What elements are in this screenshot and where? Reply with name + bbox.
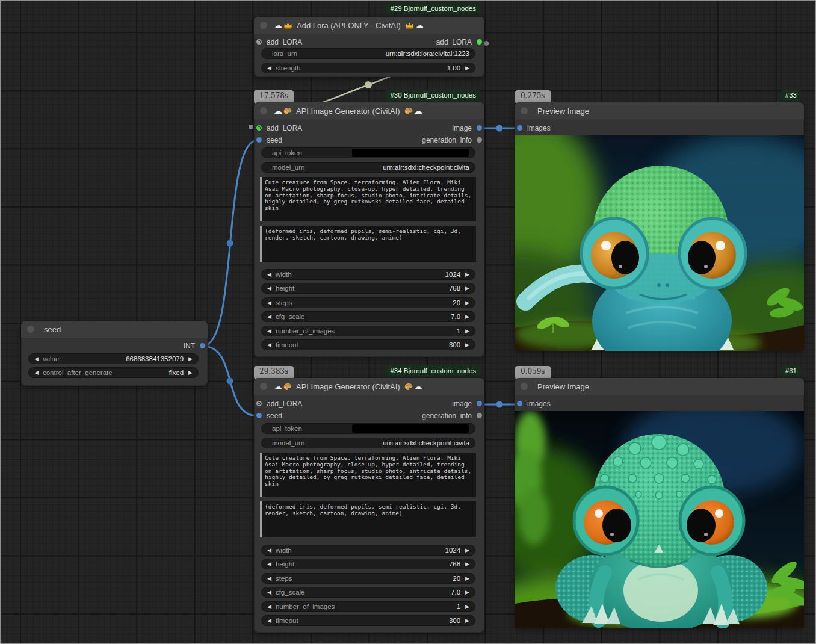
output-port-add-lora[interactable]: [477, 39, 482, 45]
widget-label: model_urn: [272, 164, 304, 171]
decrement-arrow-icon[interactable]: ◀: [267, 314, 271, 320]
output-port-image[interactable]: [477, 125, 482, 131]
number-of-images-widget[interactable]: ◀number_of_images1▶: [261, 326, 475, 336]
collapse-dot[interactable]: [521, 107, 528, 114]
increment-arrow-icon[interactable]: ▶: [465, 548, 469, 553]
input-port-seed[interactable]: [256, 137, 262, 143]
node-preview-image-2[interactable]: Preview Image images: [515, 378, 804, 628]
negative-prompt-textarea[interactable]: (deformed iris, deformed pupils, semi-re…: [260, 501, 476, 537]
increment-arrow-icon[interactable]: ▶: [465, 314, 469, 320]
increment-arrow-icon[interactable]: ▶: [465, 618, 469, 624]
width-widget[interactable]: ◀width1024▶: [261, 545, 475, 556]
steps-widget[interactable]: ◀steps20▶: [261, 297, 475, 308]
model-urn-widget[interactable]: model_urn urn:air:sdxl:checkpoint:civita: [261, 438, 475, 448]
node-titlebar[interactable]: Preview Image: [515, 378, 804, 395]
lora-urn-widget[interactable]: lora_urn urn:air:sdxl:lora:civitai:1223: [261, 48, 475, 59]
api-token-widget[interactable]: api_token: [261, 423, 475, 434]
increment-arrow-icon[interactable]: ▶: [465, 590, 469, 595]
increment-arrow-icon[interactable]: ▶: [465, 66, 469, 71]
collapse-dot[interactable]: [27, 326, 34, 333]
increment-arrow-icon[interactable]: ▶: [188, 370, 193, 376]
output-port-generation-info[interactable]: [477, 413, 482, 418]
preview-image-creature-1[interactable]: [515, 135, 804, 351]
strength-widget[interactable]: ◀ strength 1.00 ▶: [261, 63, 475, 73]
increment-arrow-icon[interactable]: ▶: [188, 356, 193, 362]
decrement-arrow-icon[interactable]: ◀: [267, 562, 271, 567]
node-title: API Image Generator (CivitAI): [296, 382, 400, 391]
decrement-arrow-icon[interactable]: ◀: [267, 329, 271, 334]
decrement-arrow-icon[interactable]: ◀: [34, 356, 39, 362]
decrement-arrow-icon[interactable]: ◀: [267, 300, 271, 306]
timeout-widget[interactable]: ◀timeout300▶: [261, 615, 475, 626]
node-titlebar[interactable]: ☁ Add Lora (API ONLY - CivitAI) ☁: [254, 17, 484, 34]
increment-arrow-icon[interactable]: ▶: [465, 272, 469, 277]
node-seed[interactable]: seed INT ◀ value 668683841352079 ▶ ◀ con…: [21, 321, 208, 386]
decrement-arrow-icon[interactable]: ◀: [34, 370, 39, 376]
increment-arrow-icon[interactable]: ▶: [465, 562, 469, 567]
node-add-lora[interactable]: ☁ Add Lora (API ONLY - CivitAI) ☁ add_LO…: [254, 17, 484, 77]
collapse-dot[interactable]: [260, 383, 267, 390]
input-port-add-lora[interactable]: [256, 39, 262, 45]
output-label: add_LORA: [436, 38, 472, 46]
decrement-arrow-icon[interactable]: ◀: [267, 576, 271, 581]
model-urn-widget[interactable]: model_urn urn:air:sdxl:checkpoint:civita: [261, 162, 475, 173]
link-midpoint-dot[interactable]: [227, 378, 233, 385]
node-titlebar[interactable]: ☁ API Image Generator (CivitAI) ☁: [254, 102, 484, 119]
output-port-int[interactable]: [200, 343, 205, 348]
decrement-arrow-icon[interactable]: ◀: [267, 548, 271, 553]
link-midpoint-dot[interactable]: [496, 401, 503, 408]
increment-arrow-icon[interactable]: ▶: [465, 300, 469, 306]
input-port-images[interactable]: [517, 125, 522, 131]
output-port-image[interactable]: [477, 401, 482, 406]
decrement-arrow-icon[interactable]: ◀: [267, 272, 271, 277]
steps-widget[interactable]: ◀steps20▶: [261, 573, 475, 584]
widget-value: 1: [457, 327, 460, 335]
increment-arrow-icon[interactable]: ▶: [465, 329, 469, 334]
input-label: images: [527, 400, 551, 408]
width-widget[interactable]: ◀width1024▶: [261, 269, 475, 280]
increment-arrow-icon[interactable]: ▶: [465, 604, 469, 610]
collapse-dot[interactable]: [260, 107, 267, 114]
height-widget[interactable]: ◀height768▶: [261, 283, 475, 294]
input-port-images[interactable]: [517, 401, 522, 406]
seed-value-widget[interactable]: ◀ value 668683841352079 ▶: [28, 353, 199, 364]
collapse-dot[interactable]: [260, 22, 267, 29]
node-api-image-generator-2[interactable]: ☁ API Image Generator (CivitAI) ☁ add_LO…: [254, 378, 484, 633]
decrement-arrow-icon[interactable]: ◀: [267, 618, 271, 624]
decrement-arrow-icon[interactable]: ◀: [267, 66, 271, 71]
cfg-scale-widget[interactable]: ◀cfg_scale7.0▶: [261, 311, 475, 322]
increment-arrow-icon[interactable]: ▶: [465, 342, 469, 348]
decrement-arrow-icon[interactable]: ◀: [267, 590, 271, 595]
decrement-arrow-icon[interactable]: ◀: [267, 286, 271, 291]
collapse-dot[interactable]: [521, 383, 528, 390]
input-port-seed[interactable]: [256, 413, 262, 418]
control-after-generate-widget[interactable]: ◀ control_after_generate fixed ▶: [28, 367, 199, 378]
positive-prompt-textarea[interactable]: Cute creature from Space. terraforming. …: [260, 453, 476, 497]
negative-prompt-textarea[interactable]: (deformed iris, deformed pupils, semi-re…: [260, 226, 476, 262]
api-token-widget[interactable]: api_token: [261, 147, 475, 158]
input-port-add-lora[interactable]: [256, 401, 262, 406]
height-widget[interactable]: ◀height768▶: [261, 559, 475, 569]
node-titlebar[interactable]: seed: [21, 321, 208, 338]
positive-prompt-textarea[interactable]: Cute creature from Space. terraforming. …: [260, 177, 476, 221]
widget-value: 20: [453, 299, 460, 306]
link-midpoint-dot[interactable]: [365, 81, 372, 88]
link-midpoint-dot[interactable]: [496, 125, 503, 132]
cloud-icon: ☁: [414, 382, 422, 391]
timeout-widget[interactable]: ◀timeout300▶: [261, 339, 475, 350]
node-titlebar[interactable]: Preview Image: [515, 102, 804, 119]
cfg-scale-widget[interactable]: ◀cfg_scale7.0▶: [261, 587, 475, 598]
number-of-images-widget[interactable]: ◀number_of_images1▶: [261, 601, 475, 612]
graph-canvas[interactable]: #29 Bjornulf_custom_nodes 17.578s #30 Bj…: [0, 0, 816, 644]
preview-image-creature-2[interactable]: [515, 411, 804, 628]
node-titlebar[interactable]: ☁ API Image Generator (CivitAI) ☁: [254, 378, 484, 395]
node-api-image-generator-1[interactable]: ☁ API Image Generator (CivitAI) ☁ add_LO…: [254, 102, 484, 357]
input-port-add-lora[interactable]: [256, 125, 262, 131]
increment-arrow-icon[interactable]: ▶: [465, 286, 469, 291]
node-preview-image-1[interactable]: Preview Image images: [515, 102, 804, 351]
output-port-generation-info[interactable]: [477, 137, 482, 143]
link-midpoint-dot[interactable]: [227, 240, 233, 247]
decrement-arrow-icon[interactable]: ◀: [267, 604, 271, 610]
increment-arrow-icon[interactable]: ▶: [465, 576, 469, 581]
decrement-arrow-icon[interactable]: ◀: [267, 342, 271, 348]
